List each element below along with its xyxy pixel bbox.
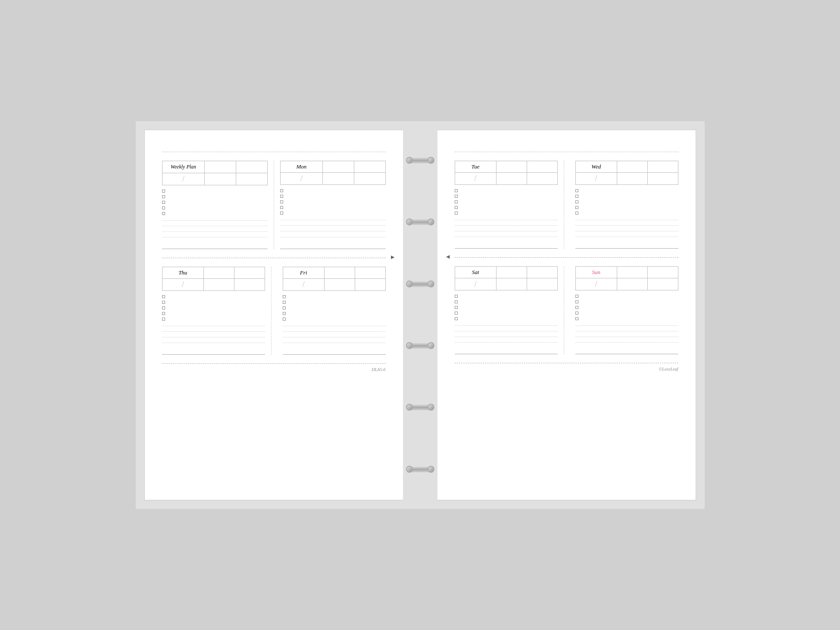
planner-spread: Weekly Plan /: [136, 121, 705, 509]
cb-item: [280, 189, 386, 192]
solid-line: [280, 249, 386, 249]
cb-item: [575, 306, 678, 309]
checkbox[interactable]: [162, 318, 165, 321]
checkbox[interactable]: [162, 301, 165, 304]
checkbox[interactable]: [455, 300, 458, 303]
ring-bar: [409, 219, 431, 225]
dot-line: [575, 342, 678, 343]
mon-col: Mon /: [274, 161, 386, 249]
wed-label: Wed: [575, 161, 617, 173]
cb-item: [575, 206, 678, 209]
checkbox[interactable]: [280, 200, 283, 203]
checkbox[interactable]: [575, 306, 578, 309]
checkbox[interactable]: [455, 200, 458, 203]
cb-item: [455, 317, 558, 320]
checkbox[interactable]: [283, 312, 286, 315]
dot-line: [280, 220, 386, 220]
checkbox[interactable]: [575, 212, 578, 215]
weekly-dot-lines: [162, 220, 268, 243]
cb-item: [283, 295, 386, 298]
top-dashed-line: [455, 152, 678, 152]
checkbox[interactable]: [162, 195, 165, 198]
cb-item: [280, 206, 386, 209]
tue-slash: /: [455, 173, 496, 185]
fri-label: Fri: [283, 267, 324, 278]
checkbox[interactable]: [280, 206, 283, 209]
checkbox[interactable]: [455, 206, 458, 209]
checkbox[interactable]: [455, 312, 458, 315]
sat-dot-lines: [455, 325, 558, 348]
solid-line: [455, 248, 558, 249]
dot-line: [455, 237, 558, 237]
checkbox[interactable]: [283, 306, 286, 309]
right-page: Tue /: [437, 130, 696, 500]
checkbox[interactable]: [280, 212, 283, 215]
checkbox[interactable]: [575, 195, 578, 198]
dot-line: [162, 220, 268, 221]
dot-line: [283, 337, 386, 337]
lower-section-right: Sat /: [455, 266, 678, 354]
cb-item: [162, 295, 265, 298]
fri-header: Fri /: [283, 267, 386, 291]
fri-col: Fri /: [277, 267, 386, 355]
dot-line: [280, 237, 386, 237]
cb-item: [455, 206, 558, 209]
ring-circle-right: [428, 157, 434, 164]
checkbox[interactable]: [283, 301, 286, 304]
cb-item: [455, 200, 558, 203]
wed-col: Wed /: [569, 161, 678, 249]
checkbox[interactable]: [575, 189, 578, 192]
dot-line: [280, 231, 386, 231]
checkbox[interactable]: [283, 295, 286, 298]
sun-header: Sun /: [575, 266, 678, 290]
checkbox[interactable]: [575, 300, 578, 303]
dot-line: [575, 231, 678, 231]
cb-item: [575, 200, 678, 203]
checkbox[interactable]: [455, 195, 458, 198]
ring-circle-right: [428, 466, 434, 473]
checkbox[interactable]: [455, 306, 458, 309]
checkbox[interactable]: [162, 212, 165, 215]
checkbox[interactable]: [455, 189, 458, 192]
wed-dot-lines: [575, 220, 678, 242]
right-footer: ©LoveLeaf: [455, 363, 678, 371]
checkbox[interactable]: [162, 306, 165, 309]
tue-checkboxes: [455, 189, 558, 215]
checkbox[interactable]: [162, 190, 165, 193]
checkbox[interactable]: [455, 212, 458, 215]
checkbox[interactable]: [162, 295, 165, 298]
checkbox[interactable]: [575, 312, 578, 315]
dot-line: [283, 343, 386, 343]
ring-bar: [409, 158, 431, 163]
checkbox[interactable]: [280, 195, 283, 198]
checkbox[interactable]: [283, 318, 286, 321]
checkbox[interactable]: [575, 295, 578, 298]
dot-line: [162, 237, 268, 237]
dot-line: [455, 337, 558, 337]
weekly-slash: /: [162, 173, 205, 185]
tue-header: Tue /: [455, 161, 558, 185]
checkbox[interactable]: [162, 206, 165, 209]
cb-item: [283, 301, 386, 304]
sun-slash: /: [575, 278, 617, 290]
checkbox[interactable]: [162, 201, 165, 204]
dot-line: [575, 225, 678, 226]
checkbox[interactable]: [280, 189, 283, 192]
dot-line: [162, 331, 265, 332]
solid-line: [575, 354, 678, 354]
ring-circle-right: [428, 404, 434, 411]
checkbox[interactable]: [455, 317, 458, 320]
tue-col: Tue /: [455, 161, 564, 249]
checkbox[interactable]: [575, 200, 578, 203]
cb-item: [280, 212, 386, 215]
ring-5: [409, 405, 431, 410]
mon-dot-lines: [280, 220, 386, 243]
right-footer-text: ©LoveLeaf: [659, 367, 678, 371]
checkbox[interactable]: [162, 312, 165, 315]
dot-line: [162, 326, 265, 326]
upper-section: Weekly Plan /: [162, 161, 386, 249]
dot-line: [575, 220, 678, 220]
checkbox[interactable]: [575, 206, 578, 209]
checkbox[interactable]: [575, 317, 578, 320]
checkbox[interactable]: [455, 295, 458, 298]
